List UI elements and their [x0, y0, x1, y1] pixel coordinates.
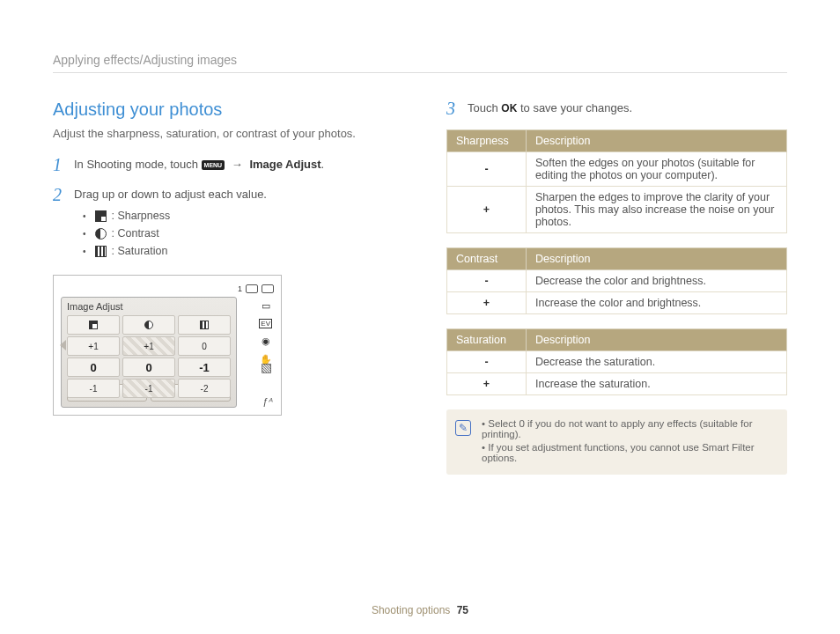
left-column: Adjusting your photos Adjust the sharpne… [53, 100, 394, 475]
table-row: +Sharpen the edges to improve the clarit… [447, 187, 787, 233]
key-cell: + [447, 187, 527, 233]
timer-icon: ◉ [262, 335, 270, 347]
note-box: ✎ Select 0 if you do not want to apply a… [446, 409, 787, 475]
desc-cell: Increase the saturation. [527, 373, 787, 395]
footer-section: Shooting options [372, 604, 450, 616]
th: Description [527, 130, 787, 152]
note-item: Select 0 if you do not want to apply any… [482, 418, 777, 439]
ev-icon: EV [259, 319, 272, 328]
key-cell: - [447, 152, 527, 187]
slider-row: +1 +1 0 [67, 336, 231, 356]
saturation-header [178, 315, 231, 335]
shots-counter: 1 [238, 284, 242, 293]
size-icon: ▭ [262, 300, 270, 312]
menu-icon: MENU [202, 160, 225, 170]
table-row: +Increase the saturation. [447, 373, 787, 395]
breadcrumb: Applying effects/Adjusting images [53, 53, 787, 73]
contrast-icon [95, 228, 107, 240]
battery-icon [246, 284, 258, 293]
key-cell: - [447, 270, 527, 292]
note-list: Select 0 if you do not want to apply any… [482, 418, 777, 463]
page-title: Adjusting your photos [53, 100, 394, 120]
list-item: •: Saturation [83, 245, 394, 257]
step-2: 2 Drag up or down to adjust each value. … [53, 186, 394, 262]
note-icon: ✎ [455, 420, 471, 436]
slider-cell[interactable]: -1 [122, 379, 175, 398]
th: Sharpness [447, 130, 527, 152]
slider-cell[interactable]: -2 [178, 379, 231, 398]
step-body: In Shooting mode, touch MENU → Image Adj… [74, 156, 394, 173]
desc-cell: Decrease the color and brightness. [527, 270, 787, 292]
adjust-options-list: •: Sharpness •: Contrast •: Saturation [74, 210, 394, 257]
slider-area: +1 +1 0 0 0 -1 -1 -1 -2 [67, 315, 231, 380]
key-cell: - [447, 351, 527, 373]
lcd-panel: Image Adjust +1 +1 0 0 0 [61, 297, 237, 408]
saturation-table: SaturationDescription -Decrease the satu… [446, 328, 787, 395]
th: Saturation [447, 329, 527, 351]
header-row [67, 315, 231, 335]
step-text: In Shooting mode, touch [74, 158, 202, 171]
table-row: -Decrease the color and brightness. [447, 270, 787, 292]
slider-cell[interactable]: 0 [178, 336, 231, 356]
slider-cell[interactable]: -1 [178, 358, 231, 377]
slider-row-selected: 0 0 -1 [67, 358, 231, 377]
image-adjust-label: Image Adjust [249, 158, 321, 171]
page-footer: Shooting options 75 [0, 604, 840, 616]
th: Description [527, 329, 787, 351]
slider-row: -1 -1 -2 [67, 379, 231, 398]
chevron-left-icon [60, 340, 66, 350]
step-number: 2 [53, 186, 65, 262]
photo-icon: ▧ [261, 360, 272, 374]
table-row: -Soften the edges on your photos (suitab… [447, 152, 787, 187]
desc-cell: Sharpen the edges to improve the clarity… [527, 187, 787, 233]
side-icon-stack: ▭ EV ◉ ✋ [259, 300, 272, 365]
status-bar: 1 [61, 284, 274, 293]
slider-cell[interactable]: -1 [67, 379, 120, 398]
flash-icon: ƒᴬ [262, 396, 272, 408]
subtitle: Adjust the sharpness, saturation, or con… [53, 127, 394, 140]
arrow-icon: → [232, 158, 243, 171]
step-text: Drag up or down to adjust each value. [74, 188, 267, 201]
desc-cell: Soften the edges on your photos (suitabl… [527, 152, 787, 187]
sharpness-table: SharpnessDescription -Soften the edges o… [446, 129, 787, 233]
slider-cell[interactable]: +1 [67, 336, 120, 356]
label: : Saturation [112, 245, 168, 257]
step-number: 3 [446, 100, 459, 117]
key-cell: + [447, 373, 527, 395]
contrast-header [122, 315, 175, 335]
right-column: 3 Touch OK to save your changes. Sharpne… [446, 100, 787, 475]
label: : Sharpness [112, 210, 171, 222]
storage-icon [262, 284, 274, 293]
note-item: If you set adjustment functions, you can… [482, 442, 777, 463]
th: Contrast [447, 248, 527, 270]
key-cell: + [447, 292, 527, 314]
camera-screenshot: 1 Image Adjust +1 +1 0 [53, 275, 282, 416]
slider-cell[interactable]: 0 [122, 358, 175, 377]
slider-cell[interactable]: 0 [67, 358, 120, 377]
step-text: to save your changes. [517, 101, 632, 114]
desc-cell: Increase the color and brightness. [527, 292, 787, 314]
saturation-icon [95, 246, 107, 257]
content-columns: Adjusting your photos Adjust the sharpne… [53, 100, 787, 475]
page-number: 75 [457, 604, 468, 616]
step-text: Touch [468, 101, 501, 114]
table-row: -Decrease the saturation. [447, 351, 787, 373]
list-item: •: Contrast [83, 227, 394, 240]
contrast-table: ContrastDescription -Decrease the color … [446, 247, 787, 314]
step-1: 1 In Shooting mode, touch MENU → Image A… [53, 156, 394, 173]
sharpness-icon [95, 210, 107, 222]
step-3: 3 Touch OK to save your changes. [446, 100, 787, 117]
sharpness-header [67, 315, 120, 335]
slider-cell[interactable]: +1 [122, 336, 175, 356]
ok-inline-icon: OK [501, 102, 517, 114]
list-item: •: Sharpness [83, 210, 394, 222]
step-number: 1 [53, 156, 65, 173]
period: . [321, 158, 325, 171]
label: : Contrast [112, 227, 159, 240]
lcd-title: Image Adjust [67, 301, 231, 312]
th: Description [527, 248, 787, 270]
step-body: Touch OK to save your changes. [468, 100, 787, 117]
table-row: +Increase the color and brightness. [447, 292, 787, 314]
desc-cell: Decrease the saturation. [527, 351, 787, 373]
step-body: Drag up or down to adjust each value. •:… [74, 186, 394, 262]
